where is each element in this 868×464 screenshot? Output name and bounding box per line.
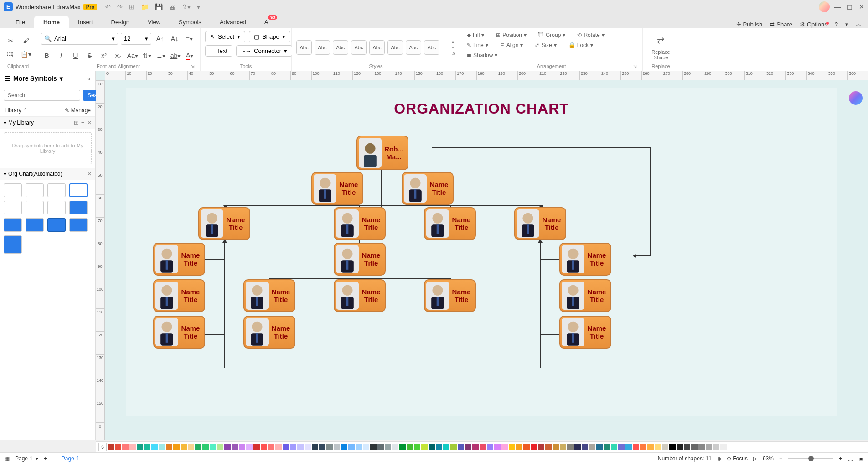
color-swatch[interactable] <box>283 444 289 450</box>
strike-icon[interactable]: S̶ <box>84 50 95 62</box>
shape-thumb[interactable] <box>4 183 22 197</box>
style-preset[interactable]: Abc <box>315 40 330 55</box>
color-swatch[interactable] <box>429 444 435 450</box>
case-icon[interactable]: Aa▾ <box>127 50 138 62</box>
redo-icon[interactable]: ↷ <box>117 3 123 10</box>
color-swatch[interactable] <box>239 444 245 450</box>
fill-button[interactable]: ◆ Fill▾ <box>465 31 486 39</box>
color-swatch[interactable] <box>538 444 544 450</box>
orgchart-close-icon[interactable]: ✕ <box>87 171 92 177</box>
color-swatch[interactable] <box>326 444 333 450</box>
page-selector[interactable]: Page-1 ▾ <box>15 455 38 462</box>
color-swatch[interactable] <box>545 444 552 450</box>
org-node[interactable]: NameTitle <box>198 207 250 240</box>
shape-thumb[interactable] <box>69 183 88 197</box>
color-swatch[interactable] <box>268 444 274 450</box>
color-swatch[interactable] <box>421 444 428 450</box>
font-color-icon[interactable]: A▾ <box>184 50 196 62</box>
color-swatch[interactable] <box>137 444 143 450</box>
color-swatch[interactable] <box>589 444 595 450</box>
org-node[interactable]: NameTitle <box>559 243 611 276</box>
org-node-root[interactable]: Rob...Ma... <box>356 136 408 170</box>
mylib-close-icon[interactable]: ✕ <box>87 120 92 126</box>
org-node[interactable]: NameTitle <box>311 172 363 205</box>
bold-icon[interactable]: B <box>41 50 52 62</box>
color-swatch[interactable] <box>297 444 304 450</box>
dropdown-icon[interactable]: ▾ <box>845 21 848 28</box>
styles-down-icon[interactable]: ▾ <box>452 45 455 50</box>
zoom-slider[interactable] <box>788 458 833 459</box>
org-node[interactable]: NameTitle <box>424 279 476 312</box>
org-node[interactable]: NameTitle <box>514 207 566 240</box>
menu-ai[interactable]: AIhot <box>255 16 279 28</box>
org-node[interactable]: NameTitle <box>243 279 295 312</box>
style-preset[interactable]: Abc <box>406 40 421 55</box>
text-tool[interactable]: T Text <box>205 45 232 57</box>
color-swatch[interactable] <box>348 444 355 450</box>
format-painter-icon[interactable]: 🖌 <box>20 35 32 47</box>
color-swatch[interactable] <box>633 444 639 450</box>
minimize-icon[interactable]: — <box>834 3 841 10</box>
cut-icon[interactable]: ✂ <box>5 35 16 47</box>
color-swatch[interactable] <box>370 444 377 450</box>
ai-assistant-icon[interactable] <box>849 91 863 105</box>
replace-shape-icon[interactable]: ⇄ <box>657 35 665 46</box>
org-node[interactable]: NameTitle <box>334 279 386 312</box>
color-swatch[interactable] <box>290 444 296 450</box>
color-swatch[interactable] <box>677 444 683 450</box>
color-swatch[interactable] <box>596 444 603 450</box>
styles-up-icon[interactable]: ▴ <box>452 39 455 44</box>
shape-thumb[interactable] <box>26 183 44 197</box>
connector-tool[interactable]: └→ Connector ▾ <box>236 45 292 57</box>
no-fill-icon[interactable]: ◇ <box>98 443 107 451</box>
color-swatch[interactable] <box>501 444 508 450</box>
color-swatch[interactable] <box>363 444 369 450</box>
menu-file[interactable]: File <box>6 16 34 28</box>
color-swatch[interactable] <box>392 444 398 450</box>
color-swatch[interactable] <box>173 444 180 450</box>
org-node[interactable]: NameTitle <box>559 279 611 312</box>
subscript-icon[interactable]: x₂ <box>113 50 124 62</box>
shape-thumb[interactable] <box>47 183 66 197</box>
color-swatch[interactable] <box>341 444 347 450</box>
maximize-icon[interactable]: ◻ <box>847 3 852 10</box>
share-button[interactable]: ⇄ Share <box>770 21 792 28</box>
line-button[interactable]: ✎ Line▾ <box>465 41 490 49</box>
color-swatch[interactable] <box>210 444 216 450</box>
color-swatch[interactable] <box>181 444 187 450</box>
color-swatch[interactable] <box>151 444 158 450</box>
fullscreen-icon[interactable]: ▣ <box>858 455 863 462</box>
color-swatch[interactable] <box>144 444 150 450</box>
undo-icon[interactable]: ↶ <box>105 3 111 10</box>
mylib-new-icon[interactable]: ⊞ <box>74 120 78 126</box>
shape-tool[interactable]: ▢ Shape ▾ <box>249 31 290 42</box>
shape-thumb[interactable] <box>69 201 88 214</box>
color-swatch[interactable] <box>647 444 654 450</box>
color-swatch[interactable] <box>224 444 231 450</box>
style-preset[interactable]: Abc <box>296 40 312 55</box>
color-swatch[interactable] <box>494 444 501 450</box>
org-node[interactable]: NameTitle <box>153 243 205 276</box>
align-icon[interactable]: ≡▾ <box>183 33 195 45</box>
panel-collapse-icon[interactable]: « <box>87 75 91 82</box>
shape-thumb[interactable] <box>26 201 44 214</box>
decrease-font-icon[interactable]: A↓ <box>169 33 181 45</box>
color-swatch[interactable] <box>195 444 202 450</box>
canvas[interactable]: ORGANIZATION CHART <box>105 80 868 440</box>
org-node[interactable]: NameTitle <box>334 243 386 276</box>
color-swatch[interactable] <box>188 444 194 450</box>
shape-thumb[interactable] <box>69 218 88 232</box>
mylibrary-dropzone[interactable]: Drag symbols here to add to My Library <box>4 132 92 164</box>
color-swatch[interactable] <box>582 444 588 450</box>
color-swatch[interactable] <box>516 444 522 450</box>
color-swatch[interactable] <box>480 444 486 450</box>
color-swatch[interactable] <box>443 444 450 450</box>
color-swatch[interactable] <box>691 444 698 450</box>
color-swatch[interactable] <box>472 444 479 450</box>
org-node[interactable]: NameTitle <box>424 207 476 240</box>
fit-page-icon[interactable]: ⛶ <box>847 455 853 462</box>
paste-icon[interactable]: 📋▾ <box>20 48 32 60</box>
highlight-icon[interactable]: ab▾ <box>170 50 181 62</box>
zoom-in-icon[interactable]: + <box>839 455 842 462</box>
org-node[interactable]: NameTitle <box>559 316 611 349</box>
